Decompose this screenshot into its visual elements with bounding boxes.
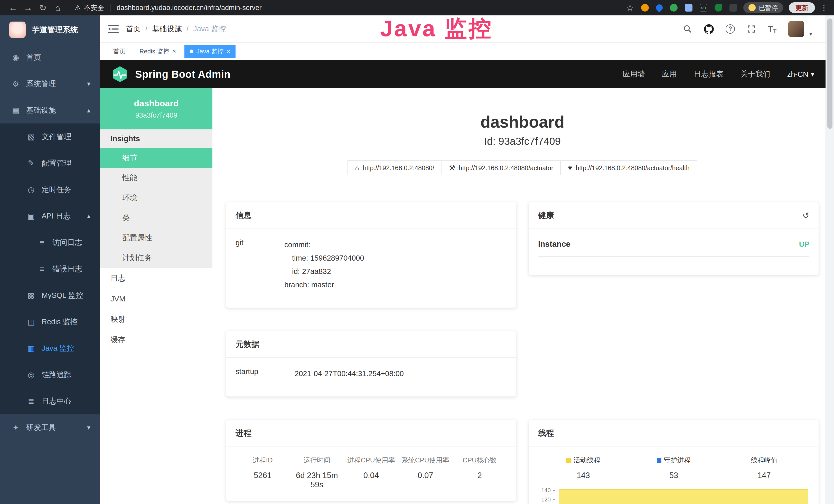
- bookmark-star-icon[interactable]: ☆: [626, 3, 634, 13]
- legend-live-threads: 活动线程 143: [538, 456, 629, 480]
- sidebar-item-java-monitor[interactable]: ▥ Java 监控: [0, 335, 100, 362]
- fullscreen-icon[interactable]: [747, 24, 756, 33]
- browser-menu-icon[interactable]: ⋮: [820, 3, 828, 13]
- card-body: git commit: time: 1596289704000 id: 27aa…: [226, 229, 516, 307]
- extension-icon[interactable]: [641, 4, 649, 12]
- sba-nav-wallboard[interactable]: 应用墙: [622, 69, 645, 79]
- close-icon[interactable]: ×: [172, 48, 176, 55]
- sba-brand[interactable]: Spring Boot Admin: [111, 66, 231, 83]
- search-icon[interactable]: [683, 24, 692, 33]
- security-indicator[interactable]: ⚠ 不安全: [74, 3, 104, 12]
- y-axis-tick: 140: [538, 486, 555, 495]
- extension-icon[interactable]: [670, 4, 678, 12]
- paused-badge[interactable]: 已暂停: [743, 2, 783, 13]
- sba-nav-applications[interactable]: 应用: [662, 69, 677, 79]
- sba-nav-about[interactable]: 关于我们: [741, 69, 770, 79]
- sba-item-environment[interactable]: 环境: [100, 188, 213, 208]
- card-header: 进程: [226, 420, 516, 446]
- extensions-puzzle-icon[interactable]: [729, 4, 737, 12]
- sba-item-logs[interactable]: 日志: [100, 268, 213, 289]
- sidebar-item-label: 配置管理: [42, 158, 71, 168]
- history-icon[interactable]: ↺: [803, 210, 809, 220]
- legend-swatch-yellow: [566, 458, 571, 463]
- health-instance-row[interactable]: Instance UP: [538, 238, 809, 257]
- forward-icon[interactable]: →: [21, 3, 36, 13]
- sba-item-jvm[interactable]: JVM: [100, 289, 213, 309]
- chevron-up-icon: ▴: [87, 212, 90, 220]
- sidebar-item-dev-tools[interactable]: ✦ 研发工具 ▾: [0, 414, 100, 441]
- sba-item-performance[interactable]: 性能: [100, 168, 213, 188]
- back-icon[interactable]: ←: [6, 3, 21, 13]
- help-icon[interactable]: ?: [726, 24, 735, 33]
- card-title: 线程: [538, 428, 554, 438]
- close-icon[interactable]: ×: [226, 48, 230, 55]
- breadcrumb-infrastructure[interactable]: 基础设施: [152, 24, 182, 34]
- health-link[interactable]: ♥ http://192.168.0.2:48080/actuator/heal…: [561, 160, 697, 175]
- reload-icon[interactable]: ↻: [36, 3, 50, 13]
- sidebar-item-label: 错误日志: [52, 264, 82, 274]
- sba-item-mappings[interactable]: 映射: [100, 309, 213, 330]
- tab-home[interactable]: 首页: [108, 45, 131, 58]
- sba-item-config-props[interactable]: 配置属性: [100, 228, 213, 248]
- card-body: startup 2021-04-27T00:44:31.254+08:00: [226, 358, 516, 396]
- update-button[interactable]: 更新: [789, 2, 815, 13]
- breadcrumb-home[interactable]: 首页: [126, 24, 141, 34]
- actuator-link[interactable]: ⚒ http://192.168.0.2:48080/actuator: [441, 160, 561, 175]
- sidebar-item-log-center[interactable]: ≣ 日志中心: [0, 388, 100, 414]
- instance-block[interactable]: dashboard 93a3fc7f7409: [100, 88, 213, 130]
- sba-item-details[interactable]: 细节: [100, 148, 213, 168]
- sidebar-item-infrastructure[interactable]: ▤ 基础设施 ▴: [0, 97, 100, 123]
- log-center-icon: ≣: [26, 397, 37, 406]
- sba-locale-selector[interactable]: zh-CN ▾: [787, 70, 814, 78]
- database-icon: ▩: [26, 291, 37, 300]
- tab-redis-monitor[interactable]: Redis 监控 ×: [134, 45, 181, 58]
- sidebar-item-access-logs[interactable]: ≡ 访问日志: [0, 229, 100, 256]
- home-icon[interactable]: ⌂: [50, 3, 65, 13]
- sidebar-item-home[interactable]: ◉ 首页: [0, 44, 100, 71]
- sidebar-item-mysql-monitor[interactable]: ▩ MySQL 监控: [0, 282, 100, 308]
- sidebar-item-api-logs[interactable]: ▣ API 日志 ▴: [0, 203, 100, 229]
- gear-icon: ⚙: [10, 79, 21, 88]
- sidebar-item-label: Redis 监控: [42, 317, 78, 327]
- sidebar-item-error-logs[interactable]: ≡ 错误日志: [0, 256, 100, 282]
- sidebar-item-redis-monitor[interactable]: ◫ Redis 监控: [0, 308, 100, 335]
- sba-item-classes[interactable]: 类: [100, 208, 213, 228]
- user-avatar[interactable]: [788, 21, 804, 37]
- sba-item-scheduled-tasks[interactable]: 计划任务: [100, 248, 213, 268]
- github-icon[interactable]: [704, 24, 714, 34]
- metric-process-cpu: 进程CPU使用率 0.04: [344, 456, 398, 489]
- sba-item-caches[interactable]: 缓存: [100, 330, 213, 350]
- sidebar-item-scheduled-tasks[interactable]: ◷ 定时任务: [0, 176, 100, 203]
- sidebar-item-config-management[interactable]: ✎ 配置管理: [0, 150, 100, 176]
- app-logo-row[interactable]: 芋道管理系统: [0, 16, 100, 44]
- instance-home-link[interactable]: ⌂ http://192.168.0.2:48080/: [348, 160, 441, 175]
- security-label: 不安全: [84, 3, 104, 12]
- address-bar[interactable]: dashboard.yudao.iocoder.cn/infra/admin-s…: [117, 4, 262, 12]
- avatar-caret-icon[interactable]: ▾: [809, 31, 812, 38]
- page-scrollbar[interactable]: [826, 16, 834, 504]
- extension-on-icon[interactable]: on: [700, 4, 707, 12]
- sidebar-item-link-tracing[interactable]: ◎ 链路追踪: [0, 362, 100, 388]
- page-header: 首页 / 基础设施 / Java 监控 ?: [100, 16, 826, 43]
- redis-icon: ◫: [26, 317, 37, 326]
- threads-card: 线程 活动线程 143: [529, 420, 819, 504]
- tab-java-monitor[interactable]: Java 监控 ×: [184, 45, 236, 58]
- extension-icon[interactable]: [655, 3, 664, 13]
- sidebar-item-label: 定时任务: [42, 185, 71, 195]
- extensions-row: ☆ on: [626, 3, 737, 13]
- link-label: http://192.168.0.2:48080/: [363, 164, 434, 172]
- sidebar-item-file-management[interactable]: ▧ 文件管理: [0, 123, 100, 150]
- sba-content: dashboard Id: 93a3fc7f7409 ⌂ http://192.…: [213, 88, 826, 504]
- extension-icon[interactable]: [685, 4, 693, 12]
- sba-body: dashboard 93a3fc7f7409 Insights 细节 性能 环境…: [100, 88, 826, 504]
- hamburger-icon[interactable]: [108, 24, 119, 33]
- extension-icon[interactable]: [715, 4, 722, 12]
- health-card: 健康 ↺ Instance UP: [529, 202, 819, 275]
- font-size-icon[interactable]: TT: [768, 24, 776, 34]
- process-metrics-row: 进程ID 5261 运行时间 6d 23h 15m 59s 进程CPU使用率 0…: [236, 456, 507, 489]
- scrollbar-thumb[interactable]: [827, 19, 832, 129]
- y-axis-tick: 120: [538, 495, 555, 504]
- chart-plot-area: [559, 489, 808, 504]
- sba-nav-journal[interactable]: 日志报表: [694, 69, 724, 79]
- sidebar-item-system-management[interactable]: ⚙ 系统管理 ▾: [0, 71, 100, 97]
